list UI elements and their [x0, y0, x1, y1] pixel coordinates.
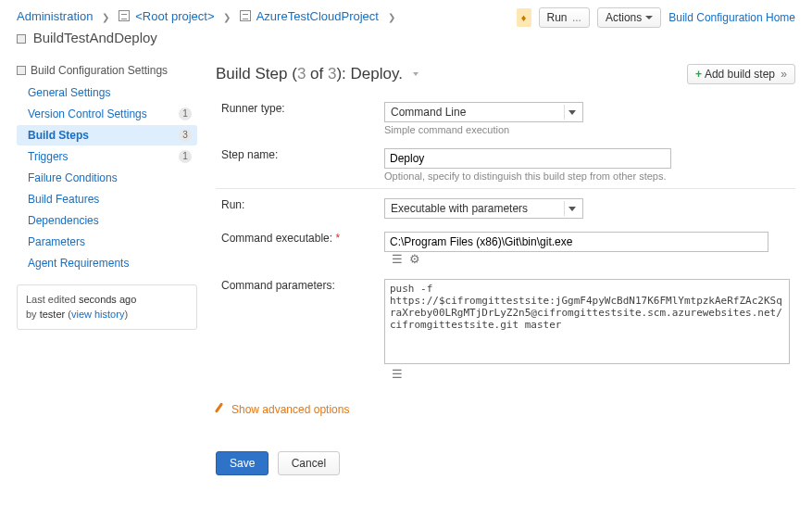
config-icon	[17, 34, 26, 44]
chevron-right-icon: ❯	[102, 12, 109, 22]
step-name-label: Step name:	[216, 142, 379, 189]
step-name-hint: Optional, specify to distinguish this bu…	[384, 170, 790, 182]
command-parameters-label: Command parameters:	[216, 272, 379, 387]
sidebar-item-parameters[interactable]: Parameters	[17, 232, 197, 252]
wrench-icon	[216, 402, 227, 413]
command-parameters-input[interactable]	[384, 279, 790, 364]
breadcrumb-config: BuildTestAndDeploy	[33, 30, 157, 45]
sidebar-item-triggers[interactable]: Triggers1	[17, 146, 197, 167]
step-name-input[interactable]	[384, 148, 671, 169]
step-dropdown-icon[interactable]	[413, 72, 418, 76]
sidebar-item-build-steps[interactable]: Build Steps3	[17, 125, 197, 145]
runner-type-label: Runner type:	[216, 95, 379, 142]
project-icon	[119, 10, 130, 21]
plus-icon: +	[695, 68, 702, 81]
config-icon	[17, 66, 26, 75]
sidebar-item-failure[interactable]: Failure Conditions	[17, 168, 197, 188]
chevron-right-icon: ❯	[223, 12, 231, 22]
save-button[interactable]: Save	[216, 451, 269, 475]
dropdown-arrow-icon	[564, 201, 579, 216]
hint-bulb-icon[interactable]: ♦	[517, 8, 531, 27]
page-title: Build Step (3 of 3): Deploy.	[216, 65, 418, 83]
command-executable-label: Command executable: *	[216, 225, 379, 272]
sidebar-item-vcs[interactable]: Version Control Settings1	[17, 104, 197, 124]
copy-icon[interactable]: ☰	[392, 252, 403, 266]
view-history-link[interactable]: view history	[71, 309, 124, 320]
dropdown-arrow-icon	[564, 105, 579, 120]
sidebar-heading: Build Configuration Settings	[17, 64, 197, 77]
sidebar-item-general[interactable]: General Settings	[17, 82, 197, 103]
project-icon	[240, 10, 251, 21]
cancel-button[interactable]: Cancel	[278, 451, 340, 475]
last-edited-box: Last edited seconds ago by tester (view …	[17, 284, 197, 330]
show-advanced-link[interactable]: Show advanced options	[216, 403, 349, 416]
chevron-right-icon: ❯	[388, 12, 395, 22]
actions-button[interactable]: Actions	[597, 7, 661, 28]
sidebar-item-features[interactable]: Build Features	[17, 189, 197, 209]
build-config-home-link[interactable]: Build Configuration Home	[668, 11, 795, 24]
breadcrumb: Administration ❯ <Root project> ❯ AzureT…	[17, 7, 401, 49]
tree-picker-icon[interactable]: ⚙	[409, 252, 420, 266]
count-badge: 1	[179, 150, 192, 163]
count-badge: 1	[179, 107, 192, 120]
breadcrumb-root[interactable]: <Root project>	[135, 9, 214, 23]
breadcrumb-project[interactable]: AzureTestCloudProject	[256, 9, 379, 23]
run-options-icon[interactable]: ...	[572, 11, 581, 24]
sidebar-item-dependencies[interactable]: Dependencies	[17, 210, 197, 231]
runner-type-select[interactable]: Command Line	[384, 102, 583, 122]
run-mode-label: Run:	[216, 188, 379, 225]
chevron-right-icon: »	[778, 68, 787, 81]
add-build-step-button[interactable]: +Add build step »	[687, 64, 795, 84]
command-executable-input[interactable]	[384, 232, 768, 252]
caret-down-icon	[645, 16, 653, 19]
runner-type-hint: Simple command execution	[384, 124, 790, 135]
copy-icon[interactable]: ☰	[392, 367, 403, 381]
sidebar-item-agent-req[interactable]: Agent Requirements	[17, 253, 197, 273]
breadcrumb-admin[interactable]: Administration	[17, 9, 93, 23]
run-mode-select[interactable]: Executable with parameters	[384, 198, 583, 219]
run-button[interactable]: Run ...	[539, 7, 590, 28]
count-badge: 3	[179, 129, 192, 142]
